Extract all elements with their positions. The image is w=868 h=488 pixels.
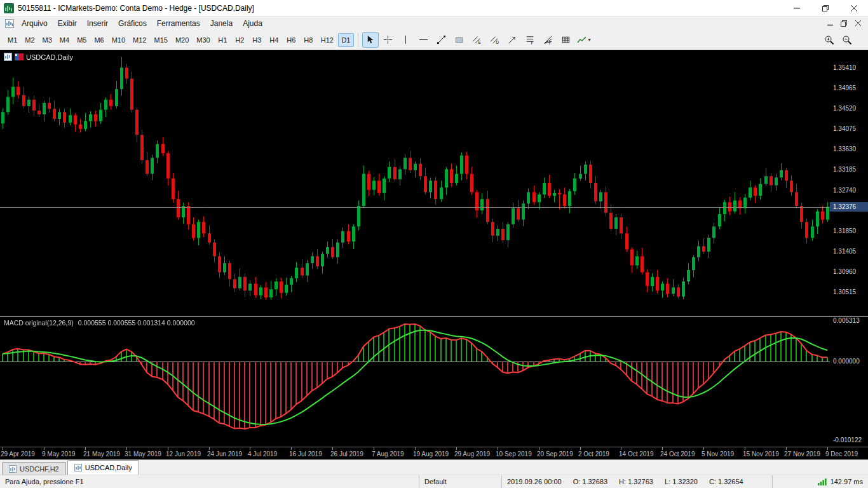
- objects-list-button[interactable]: [558, 32, 574, 48]
- macd-indicator-values: 0.000555 0.000555 0.001314 0.000000: [78, 319, 195, 327]
- menu-arquivo[interactable]: Arquivo: [17, 18, 53, 29]
- close-chart-button[interactable]: [851, 18, 864, 29]
- time-axis-tick: [168, 447, 168, 450]
- price-axis-label: 1.34965: [833, 85, 856, 92]
- symbol-flags-icon: [15, 53, 24, 60]
- timeframe-m6-button[interactable]: M6: [91, 33, 107, 47]
- time-axis-tick: [786, 447, 787, 450]
- time-axis-tick: [580, 447, 581, 450]
- cursor-tool[interactable]: [362, 32, 379, 48]
- menu-bar: ArquivoExibirInserirGráficosFerramentasJ…: [0, 17, 868, 30]
- timeframe-m12-button[interactable]: M12: [130, 33, 149, 47]
- timeframe-h3-button[interactable]: H3: [249, 33, 265, 47]
- timeframe-m5-button[interactable]: M5: [74, 33, 90, 47]
- chart-plot[interactable]: USDCAD,Daily MACD original(12,26,9) 0.00…: [0, 50, 830, 447]
- menu-exibir[interactable]: Exibir: [53, 18, 82, 29]
- trendline-tool[interactable]: [433, 32, 450, 48]
- menu-janela[interactable]: Janela: [205, 18, 238, 29]
- status-bar: Para Ajuda, pressione F1 Default 2019.09…: [0, 475, 868, 488]
- timeframe-d1-button[interactable]: D1: [338, 33, 354, 47]
- timeframe-toolbar: M1M2M3M4M5M6M10M12M15M20M30H1H2H3H4H6H8H…: [4, 33, 355, 47]
- equidistant-channel-tool[interactable]: E: [469, 32, 485, 48]
- price-axis-label: 1.34075: [833, 126, 856, 132]
- menu-graficos[interactable]: Gráficos: [113, 18, 152, 29]
- macd-indicator-name: MACD original(12,26,9): [4, 319, 74, 327]
- time-axis-label: 12 Jun 2019: [166, 451, 201, 458]
- status-help: Para Ajuda, pressione F1: [0, 475, 419, 488]
- timeframe-m4-button[interactable]: M4: [57, 33, 72, 47]
- menu-inserir[interactable]: Inserir: [82, 18, 113, 29]
- zoom-out-button[interactable]: [839, 32, 855, 48]
- minimize-chart-button[interactable]: [824, 18, 836, 29]
- time-axis-label: 29 Apr 2019: [1, 451, 35, 458]
- price-axis-label: 1.33185: [833, 166, 856, 173]
- minimize-button[interactable]: [782, 0, 811, 16]
- timeframe-m30-button[interactable]: M30: [193, 33, 213, 47]
- timeframe-m3-button[interactable]: M3: [39, 33, 55, 47]
- time-axis-label: 24 Jun 2019: [207, 451, 242, 458]
- time-axis-tick: [827, 447, 828, 450]
- time-axis-label: 9 May 2019: [42, 451, 75, 458]
- connection-bars-icon: [818, 478, 827, 485]
- status-ohlc: 2019.09.26 00:00 O: 1.32683 H: 1.32763 L…: [502, 475, 773, 488]
- menu-ferramentas[interactable]: Ferramentas: [152, 18, 205, 29]
- horizontal-line-tool[interactable]: [416, 32, 432, 48]
- time-axis-label: 4 Jul 2019: [248, 451, 277, 458]
- timeframe-m10-button[interactable]: M10: [109, 33, 128, 47]
- timeframe-h4-button[interactable]: H4: [266, 33, 282, 47]
- time-axis-tick: [374, 447, 374, 450]
- time-axis-label: 15 Nov 2019: [743, 451, 779, 458]
- timeframe-h1-button[interactable]: H1: [215, 33, 231, 47]
- shapes-tool[interactable]: [451, 32, 468, 48]
- zoom-in-button[interactable]: [821, 32, 837, 48]
- time-axis-tick: [209, 447, 210, 450]
- fibo-expansion-tool[interactable]: F: [540, 32, 557, 48]
- restore-chart-button[interactable]: [837, 18, 850, 29]
- maximize-button[interactable]: [811, 0, 839, 16]
- status-profile: Default: [419, 475, 502, 488]
- price-chart-canvas[interactable]: [0, 50, 830, 447]
- chart-tab-usdchf-h2[interactable]: USDCHF,H2: [2, 462, 66, 475]
- regression-channel-tool[interactable]: D: [487, 32, 503, 48]
- timeframe-h8-button[interactable]: H8: [301, 33, 316, 47]
- time-axis-label: 9 Dec 2019: [825, 451, 858, 458]
- price-axis-label: 1.30515: [833, 289, 856, 295]
- timeframe-h2-button[interactable]: H2: [232, 33, 248, 47]
- time-axis-label: 10 Sep 2019: [496, 451, 532, 458]
- status-ping-label: 142.97 ms: [831, 478, 863, 485]
- timeframe-m1-button[interactable]: M1: [4, 33, 20, 47]
- timeframe-m20-button[interactable]: M20: [172, 33, 192, 47]
- pitchfork-tool[interactable]: [505, 32, 521, 48]
- time-axis-label: 14 Oct 2019: [619, 451, 653, 458]
- chart-type-dropdown[interactable]: ▾: [576, 32, 592, 48]
- menu-ajuda[interactable]: Ajuda: [238, 18, 268, 29]
- crosshair-tool[interactable]: [380, 32, 397, 48]
- time-axis-label: 20 Sep 2019: [537, 451, 573, 458]
- time-axis[interactable]: 29 Apr 20199 May 201921 May 201931 May 2…: [0, 447, 868, 459]
- time-axis-tick: [3, 447, 3, 450]
- drawing-toolbar: EDFF▾: [362, 32, 593, 48]
- close-button[interactable]: [839, 0, 868, 16]
- chart-window-icon: [5, 19, 14, 28]
- time-axis-label: 26 Jul 2019: [330, 451, 363, 458]
- time-axis-tick: [415, 447, 416, 450]
- price-scale[interactable]: 1.354101.349651.345201.340751.336301.331…: [830, 50, 868, 447]
- time-axis-tick: [745, 447, 745, 450]
- vertical-line-tool[interactable]: [398, 32, 414, 48]
- time-axis-tick: [498, 447, 498, 450]
- time-axis-label: 2 Oct 2019: [578, 451, 609, 458]
- macd-axis-label: 0.000000: [833, 358, 860, 365]
- status-open: O: 1.32683: [573, 478, 607, 485]
- timeframe-m15-button[interactable]: M15: [151, 33, 171, 47]
- title-bar: 50155811 - ICMarkets-Demo: Conta Demo - …: [0, 0, 868, 17]
- chart-tab-usdcad-daily[interactable]: USDCAD,Daily: [67, 460, 139, 475]
- time-axis-label: 5 Nov 2019: [702, 451, 734, 458]
- fibo-retracement-tool[interactable]: F: [522, 32, 539, 48]
- chart-tab-label: USDCAD,Daily: [85, 464, 132, 471]
- timeframe-h6-button[interactable]: H6: [283, 33, 299, 47]
- status-connection: 142.97 ms: [773, 475, 868, 488]
- chart-tab-bar: USDCHF,H2USDCAD,Daily: [0, 459, 868, 475]
- timeframe-h12-button[interactable]: H12: [318, 33, 337, 47]
- time-axis-label: 21 May 2019: [83, 451, 120, 458]
- timeframe-m2-button[interactable]: M2: [22, 33, 37, 47]
